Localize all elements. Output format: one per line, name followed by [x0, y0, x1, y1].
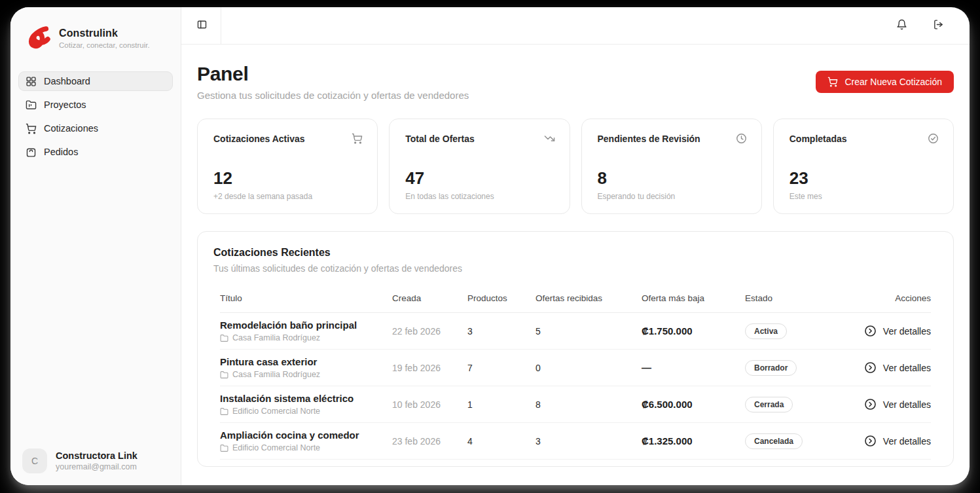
avatar: C	[22, 448, 47, 473]
view-details-button[interactable]: Ver detalles	[854, 325, 931, 337]
brand-name: Construlink	[59, 27, 150, 39]
quote-offers: 5	[535, 326, 642, 337]
recent-quotes-title: Cotizaciones Recientes	[213, 247, 937, 259]
stat-value: 47	[405, 168, 554, 189]
col-created: Creada	[392, 293, 467, 303]
table-row: Instalación sistema eléctrico Edificio C…	[220, 386, 931, 423]
quote-lowest-offer: —	[642, 362, 745, 373]
chevron-circle-icon	[864, 361, 877, 374]
stat-icon	[352, 133, 363, 144]
view-details-button[interactable]: Ver detalles	[854, 361, 931, 374]
chevron-circle-icon	[864, 325, 877, 337]
quote-products: 1	[467, 399, 535, 410]
folder-icon	[220, 444, 228, 452]
stat-card: Cotizaciones Activas 12 +2 desde la sema…	[197, 119, 378, 214]
sidebar-item[interactable]: Proyectos	[18, 95, 173, 115]
main-area: Panel Gestiona tus solicitudes de cotiza…	[181, 7, 970, 485]
stats-row: Cotizaciones Activas 12 +2 desde la sema…	[197, 119, 954, 214]
folder-icon	[220, 334, 228, 342]
stat-card: Total de Ofertas 47 En todas las cotizac…	[389, 119, 570, 214]
sidebar-item-icon	[26, 76, 37, 87]
status-badge: Borrador	[745, 360, 797, 376]
folder-icon	[220, 407, 228, 416]
brand: Construlink Cotizar, conectar, construir…	[10, 7, 181, 67]
folder-icon	[220, 371, 228, 379]
chevron-circle-icon	[864, 398, 877, 411]
sidebar-item-label: Cotizaciones	[44, 123, 98, 134]
quote-created: 22 feb 2026	[392, 326, 467, 337]
status-badge: Cerrada	[745, 397, 793, 412]
stat-card: Completadas 23 Este mes	[773, 119, 954, 214]
status-badge: Activa	[745, 323, 787, 339]
stat-note: +2 desde la semana pasada	[213, 192, 363, 201]
table-row: Pintura casa exterior Casa Familia Rodrí…	[220, 350, 931, 386]
topbar-divider	[221, 7, 221, 45]
stat-card: Pendientes de Revisión 8 Esperando tu de…	[581, 119, 762, 214]
stat-icon	[544, 133, 555, 144]
panel-left-icon	[196, 19, 208, 32]
quote-project: Edificio Comercial Norte	[220, 443, 392, 452]
create-quote-button[interactable]: Crear Nueva Cotización	[816, 71, 954, 93]
col-status: Estado	[745, 293, 854, 303]
col-lowest: Oferta más baja	[642, 293, 745, 303]
user-name: Constructora Link	[56, 450, 137, 461]
quote-title: Ampliación cocina y comedor	[220, 429, 392, 441]
sidebar-user[interactable]: C Constructora Link youremail@gmail.com	[22, 448, 172, 473]
stat-label: Pendientes de Revisión	[598, 134, 700, 144]
quote-project: Casa Familia Rodríguez	[220, 333, 392, 342]
quote-lowest-offer: ₡1.750.000	[642, 325, 745, 337]
quote-offers: 3	[535, 436, 642, 447]
table-row: Remodelación baño principal Casa Familia…	[220, 313, 931, 350]
quote-offers: 8	[535, 399, 642, 410]
stat-label: Completadas	[789, 134, 847, 144]
construlink-logo-icon	[25, 24, 52, 52]
sidebar-item-icon	[26, 123, 37, 134]
topbar	[181, 7, 970, 45]
quote-title: Pintura casa exterior	[220, 356, 392, 367]
sidebar-item[interactable]: Pedidos	[18, 142, 173, 162]
quote-project: Edificio Comercial Norte	[220, 407, 392, 416]
sidebar-item[interactable]: Cotizaciones	[18, 119, 173, 138]
col-offers: Ofertas recibidas	[535, 293, 642, 303]
view-details-label: Ver detalles	[883, 399, 931, 410]
status-badge: Cancelada	[745, 433, 803, 449]
sidebar-item-label: Proyectos	[44, 100, 86, 110]
view-details-label: Ver detalles	[883, 363, 931, 373]
view-details-button[interactable]: Ver detalles	[854, 435, 931, 447]
quote-created: 23 feb 2026	[392, 436, 467, 447]
sidebar-item[interactable]: Dashboard	[18, 71, 173, 91]
quote-products: 3	[467, 326, 535, 337]
quote-created: 19 feb 2026	[392, 363, 467, 373]
quote-project-label: Edificio Comercial Norte	[232, 407, 320, 416]
stat-label: Total de Ofertas	[405, 134, 475, 144]
quote-products: 4	[467, 436, 535, 447]
stat-value: 12	[213, 168, 363, 189]
quote-title: Remodelación baño principal	[220, 320, 392, 331]
user-email: youremail@gmail.com	[56, 462, 137, 471]
quote-lowest-offer: ₡1.325.000	[642, 435, 745, 447]
quote-lowest-offer: ₡6.500.000	[642, 399, 745, 410]
view-details-label: Ver detalles	[883, 436, 931, 447]
sidebar-toggle-button[interactable]	[192, 16, 211, 35]
page-subtitle: Gestiona tus solicitudes de cotización y…	[197, 90, 469, 101]
stat-icon	[736, 133, 747, 144]
stat-value: 23	[789, 168, 939, 189]
quote-offers: 0	[535, 363, 642, 373]
sidebar-item-icon	[26, 100, 37, 111]
quote-created: 10 feb 2026	[392, 399, 467, 410]
stat-note: Este mes	[789, 192, 939, 201]
quote-project-label: Casa Familia Rodríguez	[232, 333, 320, 342]
col-products: Productos	[467, 293, 535, 303]
notifications-button[interactable]	[892, 16, 911, 35]
logout-icon	[933, 19, 944, 32]
stat-note: Esperando tu decisión	[598, 192, 747, 201]
view-details-button[interactable]: Ver detalles	[854, 398, 931, 411]
app-window: Construlink Cotizar, conectar, construir…	[10, 7, 970, 485]
page-title: Panel	[197, 63, 469, 85]
quote-title: Instalación sistema eléctrico	[220, 393, 392, 404]
quote-project: Casa Familia Rodríguez	[220, 370, 392, 379]
col-title: Título	[220, 293, 392, 303]
logout-button[interactable]	[928, 16, 948, 35]
bell-icon	[896, 19, 907, 32]
sidebar-nav: Dashboard Proyectos Cotizaciones Pedidos	[10, 67, 181, 162]
